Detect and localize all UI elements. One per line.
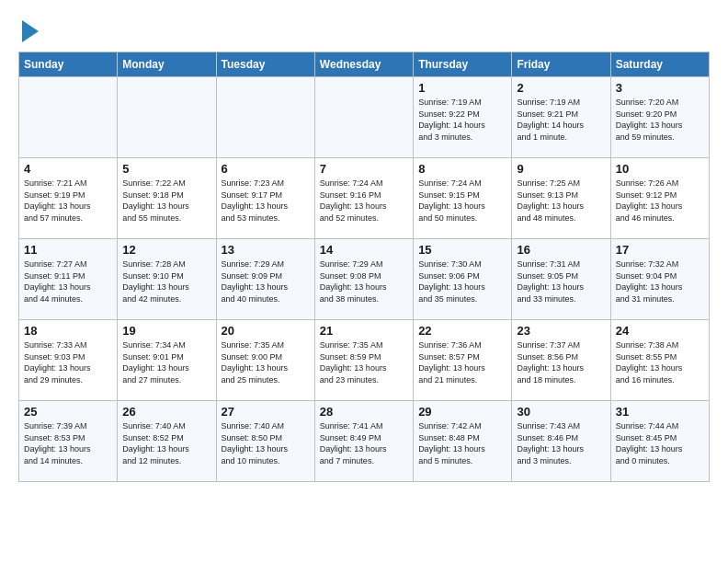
col-header-wednesday: Wednesday xyxy=(314,52,413,77)
calendar-cell: 30Sunrise: 7:43 AM Sunset: 8:46 PM Dayli… xyxy=(512,401,610,482)
calendar-cell: 5Sunrise: 7:22 AM Sunset: 9:18 PM Daylig… xyxy=(118,158,216,239)
logo-arrow-icon xyxy=(22,20,39,42)
calendar-cell: 6Sunrise: 7:23 AM Sunset: 9:17 PM Daylig… xyxy=(216,158,314,239)
day-info: Sunrise: 7:30 AM Sunset: 9:06 PM Dayligh… xyxy=(418,259,506,304)
day-info: Sunrise: 7:33 AM Sunset: 9:03 PM Dayligh… xyxy=(24,339,112,385)
day-number: 14 xyxy=(320,243,408,257)
day-number: 20 xyxy=(222,324,310,338)
calendar-cell: 14Sunrise: 7:29 AM Sunset: 9:08 PM Dayli… xyxy=(314,239,413,320)
day-number: 30 xyxy=(517,405,605,419)
day-number: 2 xyxy=(517,81,605,95)
day-number: 10 xyxy=(616,162,704,176)
calendar-cell xyxy=(19,77,118,158)
day-number: 26 xyxy=(122,405,210,419)
page-header xyxy=(18,18,710,42)
day-info: Sunrise: 7:24 AM Sunset: 9:15 PM Dayligh… xyxy=(418,178,506,224)
day-info: Sunrise: 7:41 AM Sunset: 8:49 PM Dayligh… xyxy=(320,420,408,466)
day-number: 17 xyxy=(616,243,704,257)
day-number: 24 xyxy=(616,324,704,338)
day-info: Sunrise: 7:24 AM Sunset: 9:16 PM Dayligh… xyxy=(320,178,408,224)
day-number: 21 xyxy=(320,324,408,338)
day-info: Sunrise: 7:20 AM Sunset: 9:20 PM Dayligh… xyxy=(616,97,704,143)
day-number: 29 xyxy=(418,405,506,419)
day-info: Sunrise: 7:39 AM Sunset: 8:53 PM Dayligh… xyxy=(24,420,112,466)
calendar-cell: 21Sunrise: 7:35 AM Sunset: 8:59 PM Dayli… xyxy=(314,320,413,401)
calendar-week-row: 18Sunrise: 7:33 AM Sunset: 9:03 PM Dayli… xyxy=(19,320,710,401)
calendar-cell: 27Sunrise: 7:40 AM Sunset: 8:50 PM Dayli… xyxy=(216,401,314,482)
calendar-cell: 24Sunrise: 7:38 AM Sunset: 8:55 PM Dayli… xyxy=(610,320,709,401)
day-number: 25 xyxy=(24,405,112,419)
calendar-cell: 23Sunrise: 7:37 AM Sunset: 8:56 PM Dayli… xyxy=(512,320,610,401)
calendar-cell: 29Sunrise: 7:42 AM Sunset: 8:48 PM Dayli… xyxy=(414,401,512,482)
calendar-cell: 16Sunrise: 7:31 AM Sunset: 9:05 PM Dayli… xyxy=(512,239,610,320)
col-header-friday: Friday xyxy=(512,52,610,77)
col-header-sunday: Sunday xyxy=(19,52,118,77)
day-number: 12 xyxy=(122,243,210,257)
col-header-saturday: Saturday xyxy=(610,52,709,77)
day-info: Sunrise: 7:29 AM Sunset: 9:08 PM Dayligh… xyxy=(320,259,408,304)
calendar-cell: 9Sunrise: 7:25 AM Sunset: 9:13 PM Daylig… xyxy=(512,158,610,239)
calendar-cell: 12Sunrise: 7:28 AM Sunset: 9:10 PM Dayli… xyxy=(118,239,216,320)
calendar-week-row: 11Sunrise: 7:27 AM Sunset: 9:11 PM Dayli… xyxy=(19,239,710,320)
day-info: Sunrise: 7:43 AM Sunset: 8:46 PM Dayligh… xyxy=(517,420,605,466)
calendar-cell: 31Sunrise: 7:44 AM Sunset: 8:45 PM Dayli… xyxy=(610,401,709,482)
day-info: Sunrise: 7:40 AM Sunset: 8:50 PM Dayligh… xyxy=(222,420,310,466)
calendar-cell xyxy=(216,77,314,158)
calendar-cell: 7Sunrise: 7:24 AM Sunset: 9:16 PM Daylig… xyxy=(314,158,413,239)
day-info: Sunrise: 7:27 AM Sunset: 9:11 PM Dayligh… xyxy=(24,259,112,304)
day-number: 16 xyxy=(517,243,605,257)
day-number: 13 xyxy=(222,243,310,257)
calendar-cell: 20Sunrise: 7:35 AM Sunset: 9:00 PM Dayli… xyxy=(216,320,314,401)
calendar-cell: 13Sunrise: 7:29 AM Sunset: 9:09 PM Dayli… xyxy=(216,239,314,320)
day-info: Sunrise: 7:42 AM Sunset: 8:48 PM Dayligh… xyxy=(418,420,506,466)
day-number: 27 xyxy=(222,405,310,419)
calendar-cell: 3Sunrise: 7:20 AM Sunset: 9:20 PM Daylig… xyxy=(610,77,709,158)
day-info: Sunrise: 7:21 AM Sunset: 9:19 PM Dayligh… xyxy=(24,178,112,224)
day-number: 3 xyxy=(616,81,704,95)
day-info: Sunrise: 7:26 AM Sunset: 9:12 PM Dayligh… xyxy=(616,178,704,224)
day-number: 31 xyxy=(616,405,704,419)
day-info: Sunrise: 7:29 AM Sunset: 9:09 PM Dayligh… xyxy=(222,259,310,304)
day-info: Sunrise: 7:35 AM Sunset: 9:00 PM Dayligh… xyxy=(222,339,310,385)
day-info: Sunrise: 7:23 AM Sunset: 9:17 PM Dayligh… xyxy=(222,178,310,224)
col-header-tuesday: Tuesday xyxy=(216,52,314,77)
calendar-cell: 2Sunrise: 7:19 AM Sunset: 9:21 PM Daylig… xyxy=(512,77,610,158)
day-number: 22 xyxy=(418,324,506,338)
day-info: Sunrise: 7:25 AM Sunset: 9:13 PM Dayligh… xyxy=(517,178,605,224)
calendar-cell: 18Sunrise: 7:33 AM Sunset: 9:03 PM Dayli… xyxy=(19,320,118,401)
calendar-cell xyxy=(314,77,413,158)
day-number: 28 xyxy=(320,405,408,419)
calendar-cell: 17Sunrise: 7:32 AM Sunset: 9:04 PM Dayli… xyxy=(610,239,709,320)
calendar-cell: 8Sunrise: 7:24 AM Sunset: 9:15 PM Daylig… xyxy=(414,158,512,239)
day-info: Sunrise: 7:38 AM Sunset: 8:55 PM Dayligh… xyxy=(616,339,704,385)
day-info: Sunrise: 7:44 AM Sunset: 8:45 PM Dayligh… xyxy=(616,420,704,466)
day-info: Sunrise: 7:32 AM Sunset: 9:04 PM Dayligh… xyxy=(616,259,704,304)
col-header-thursday: Thursday xyxy=(414,52,512,77)
day-number: 7 xyxy=(320,162,408,176)
day-info: Sunrise: 7:36 AM Sunset: 8:57 PM Dayligh… xyxy=(418,339,506,385)
calendar-cell xyxy=(118,77,216,158)
col-header-monday: Monday xyxy=(118,52,216,77)
day-info: Sunrise: 7:19 AM Sunset: 9:22 PM Dayligh… xyxy=(418,97,506,143)
day-info: Sunrise: 7:22 AM Sunset: 9:18 PM Dayligh… xyxy=(122,178,210,224)
calendar-cell: 28Sunrise: 7:41 AM Sunset: 8:49 PM Dayli… xyxy=(314,401,413,482)
calendar-cell: 1Sunrise: 7:19 AM Sunset: 9:22 PM Daylig… xyxy=(414,77,512,158)
calendar-table: SundayMondayTuesdayWednesdayThursdayFrid… xyxy=(18,52,710,482)
day-number: 23 xyxy=(517,324,605,338)
day-info: Sunrise: 7:19 AM Sunset: 9:21 PM Dayligh… xyxy=(517,97,605,143)
day-info: Sunrise: 7:28 AM Sunset: 9:10 PM Dayligh… xyxy=(122,259,210,304)
day-number: 15 xyxy=(418,243,506,257)
calendar-cell: 19Sunrise: 7:34 AM Sunset: 9:01 PM Dayli… xyxy=(118,320,216,401)
calendar-cell: 22Sunrise: 7:36 AM Sunset: 8:57 PM Dayli… xyxy=(414,320,512,401)
day-info: Sunrise: 7:34 AM Sunset: 9:01 PM Dayligh… xyxy=(122,339,210,385)
calendar-week-row: 4Sunrise: 7:21 AM Sunset: 9:19 PM Daylig… xyxy=(19,158,710,239)
calendar-cell: 4Sunrise: 7:21 AM Sunset: 9:19 PM Daylig… xyxy=(19,158,118,239)
calendar-cell: 11Sunrise: 7:27 AM Sunset: 9:11 PM Dayli… xyxy=(19,239,118,320)
logo xyxy=(18,18,39,42)
day-number: 5 xyxy=(122,162,210,176)
day-number: 4 xyxy=(24,162,112,176)
day-info: Sunrise: 7:35 AM Sunset: 8:59 PM Dayligh… xyxy=(320,339,408,385)
calendar-cell: 10Sunrise: 7:26 AM Sunset: 9:12 PM Dayli… xyxy=(610,158,709,239)
calendar-week-row: 1Sunrise: 7:19 AM Sunset: 9:22 PM Daylig… xyxy=(19,77,710,158)
day-number: 11 xyxy=(24,243,112,257)
